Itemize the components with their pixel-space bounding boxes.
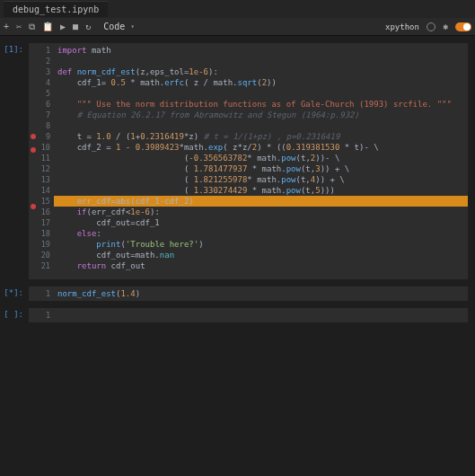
stop-icon[interactable]: ■: [73, 22, 78, 31]
code-line: cdf_2 = 1 - 0.3989423*math.exp( z*z/2) *…: [57, 142, 464, 153]
copy-icon[interactable]: ⧉: [29, 22, 35, 32]
code-cell[interactable]: [ ]:1: [0, 306, 475, 328]
breakpoint-icon[interactable]: [31, 204, 36, 209]
code-line: cdf_out=cdf_1: [57, 217, 464, 228]
cell-prompt: [*]:: [4, 286, 29, 301]
run-icon[interactable]: ▶: [60, 22, 66, 31]
code-line: if(err_cdf<1e-6):: [57, 207, 464, 217]
line-number-gutter: 123456789101112131415161718192021: [38, 43, 54, 279]
debug-bug-icon[interactable]: ✱: [443, 22, 448, 31]
notebook-tab[interactable]: debug_test.ipynb: [4, 1, 108, 17]
code-editor[interactable]: [54, 308, 468, 322]
code-line: else:: [57, 228, 464, 239]
toolbar: + ✂ ⧉ 📋 ▶ ■ ↻ Code ▾ xpython ✱: [0, 18, 475, 36]
code-line: t = 1.0 / (1+0.2316419*z) # t = 1/(1+pz)…: [57, 131, 464, 142]
breakpoint-gutter[interactable]: [29, 308, 38, 322]
breakpoint-gutter[interactable]: [29, 43, 38, 279]
tab-bar: debug_test.ipynb: [0, 0, 475, 18]
code-line: cdf_1= 0.5 * math.erfc( z / math.sqrt(2)…: [57, 77, 464, 88]
kernel-name[interactable]: xpython: [385, 22, 419, 31]
code-line: ( 1.330274429 * math.pow(t,5))): [57, 185, 464, 196]
breakpoint-gutter[interactable]: [29, 286, 38, 301]
code-line: [57, 120, 464, 131]
kernel-status-icon: [427, 22, 435, 31]
code-line: # Equation 26.2.17 from Abramowitz and S…: [57, 110, 464, 120]
code-editor[interactable]: norm_cdf_est(1.4): [54, 286, 468, 301]
line-number-gutter: 1: [38, 286, 54, 301]
code-line: return cdf_out: [57, 260, 464, 271]
cell-prompt: [ ]:: [4, 308, 29, 322]
debug-toggle[interactable]: [455, 22, 471, 31]
code-line: ( 1.821255978* math.pow(t,4)) + \: [57, 174, 464, 185]
code-line: cdf_out=math.nan: [57, 250, 464, 260]
code-line: def norm_cdf_est(z,eps_tol=1e-6):: [57, 66, 464, 77]
restart-icon[interactable]: ↻: [85, 22, 91, 31]
code-line: [57, 310, 464, 321]
notebook-area: [1]:123456789101112131415161718192021imp…: [0, 36, 475, 328]
code-line: (-0.356563782* math.pow(t,2))- \: [57, 153, 464, 163]
code-cell[interactable]: [*]:1norm_cdf_est(1.4): [0, 285, 475, 306]
chevron-down-icon: ▾: [130, 22, 135, 31]
code-line: import math: [57, 45, 464, 56]
cell-prompt: [1]:: [4, 43, 29, 279]
code-line: err_cdf=abs(cdf_1-cdf_2): [54, 196, 468, 207]
cut-icon[interactable]: ✂: [16, 22, 22, 31]
code-line: [57, 88, 464, 99]
line-number-gutter: 1: [38, 308, 54, 322]
breakpoint-icon[interactable]: [31, 134, 36, 139]
add-cell-icon[interactable]: +: [4, 22, 9, 31]
code-line: [57, 56, 464, 66]
cell-type-select[interactable]: Code ▾: [98, 22, 140, 31]
breakpoint-icon[interactable]: [31, 147, 36, 153]
code-line: print('Trouble here?'): [57, 239, 464, 250]
code-editor[interactable]: import mathdef norm_cdf_est(z,eps_tol=1e…: [54, 43, 468, 279]
code-line: """ Use the norm distribution functions …: [57, 99, 464, 110]
code-line: norm_cdf_est(1.4): [57, 288, 464, 299]
paste-icon[interactable]: 📋: [42, 22, 53, 31]
code-line: ( 1.781477937 * math.pow(t,3)) + \: [57, 163, 464, 174]
code-cell[interactable]: [1]:123456789101112131415161718192021imp…: [0, 41, 475, 285]
cell-type-label: Code: [103, 22, 125, 31]
